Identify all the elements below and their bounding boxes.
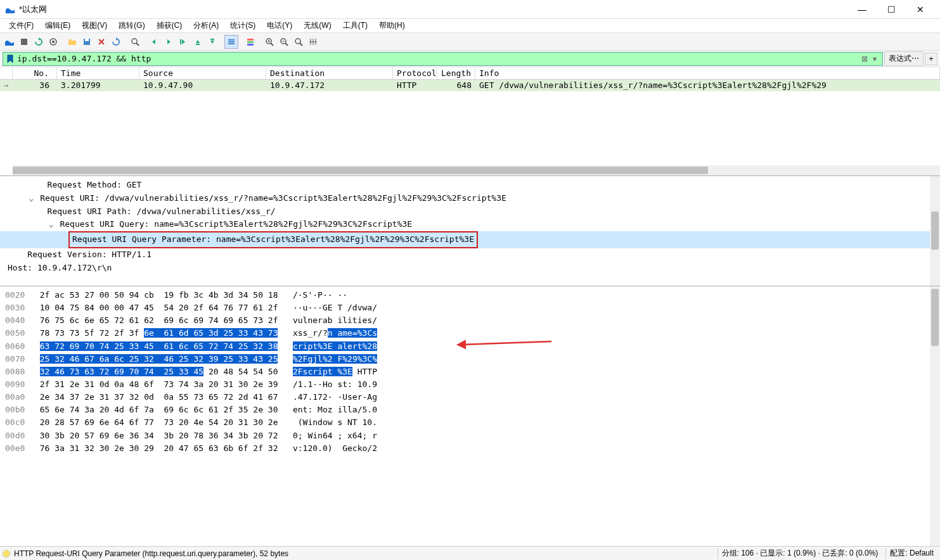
menu-help[interactable]: 帮助(H) (374, 19, 410, 32)
svg-rect-4 (85, 39, 89, 41)
detail-uri-query-param[interactable]: Request URI Query Parameter: name=%3Cscr… (0, 231, 940, 248)
status-packets: 分组: 106 · 已显示: 1 (0.9%) · 已丢弃: 0 (0.0%) (718, 548, 882, 559)
detail-uri-path[interactable]: Request URI Path: /dvwa/vulnerabilities/… (0, 205, 940, 219)
hex-line[interactable]: 00b0 65 6e 74 3a 20 4d 6f 7a 69 6c 6c 61… (5, 404, 935, 416)
cell-protocol: HTTP (393, 80, 437, 91)
menu-analyze[interactable]: 分析(A) (188, 19, 224, 32)
expander-icon[interactable]: ⌄ (48, 218, 55, 231)
filter-input-wrap: ⊠ ▾ (3, 52, 883, 66)
cell-time: 3.201799 (57, 80, 139, 91)
hex-line[interactable]: 00d0 30 3b 20 57 69 6e 36 34 3b 20 78 36… (5, 430, 935, 442)
hex-line[interactable]: 0080 32 46 73 63 72 69 70 74 25 33 45 20… (5, 366, 935, 378)
go-forward-icon[interactable] (162, 35, 176, 49)
menu-go[interactable]: 跳转(G) (113, 19, 150, 32)
zoom-reset-icon[interactable] (292, 35, 306, 49)
go-first-icon[interactable] (191, 35, 205, 49)
svg-rect-10 (228, 39, 235, 41)
packet-list-hscrollbar[interactable] (13, 165, 940, 175)
stop-capture-icon[interactable] (17, 35, 31, 49)
open-file-icon[interactable] (65, 35, 79, 49)
packet-details-pane: Request Method: GET ⌄ Request URI: /dvwa… (0, 176, 940, 286)
detail-request-version[interactable]: Request Version: HTTP/1.1 (0, 248, 940, 262)
col-header-time[interactable]: Time (57, 67, 139, 79)
hex-scrollbar[interactable] (930, 286, 940, 546)
expression-button[interactable]: 表达式⋯ (884, 51, 924, 66)
related-arrow-icon: → (0, 80, 13, 91)
close-button[interactable]: ✕ (906, 0, 935, 19)
menu-wireless[interactable]: 无线(W) (299, 19, 336, 32)
hex-line[interactable]: 00c0 20 28 57 69 6e 64 6f 77 73 20 4e 54… (5, 416, 935, 429)
bookmark-icon[interactable] (6, 54, 15, 63)
colorize-icon[interactable] (243, 35, 257, 49)
save-file-icon[interactable] (80, 35, 94, 49)
menu-capture[interactable]: 捕获(C) (151, 19, 188, 32)
go-back-icon[interactable] (147, 35, 161, 49)
titlebar: *以太网 — ☐ ✕ (0, 0, 940, 19)
svg-point-23 (295, 39, 300, 44)
detail-uri-query[interactable]: ⌄ Request URI Query: name=%3Cscript%3Eal… (0, 218, 940, 231)
cell-no: 36 (13, 80, 57, 91)
menu-file[interactable]: 文件(F) (4, 19, 39, 32)
hex-line[interactable]: 00a0 2e 34 37 2e 31 37 32 0d 0a 55 73 65… (5, 391, 935, 404)
go-to-packet-icon[interactable] (176, 35, 190, 49)
expander-icon[interactable]: ⌄ (27, 192, 35, 205)
find-icon[interactable] (128, 35, 142, 49)
col-header-no[interactable]: No. (13, 67, 57, 79)
display-filter-input[interactable] (17, 54, 860, 63)
expert-info-icon[interactable] (3, 550, 10, 557)
auto-scroll-icon[interactable] (224, 35, 238, 49)
svg-rect-7 (180, 39, 181, 44)
hex-line[interactable]: 0090 2f 31 2e 31 0d 0a 48 6f 73 74 3a 20… (5, 378, 935, 391)
filter-dropdown-icon[interactable]: ▾ (870, 54, 880, 63)
status-profile[interactable]: 配置: Default (885, 548, 937, 559)
packet-bytes-pane[interactable]: 0020 2f ac 53 27 00 50 94 cb 19 fb 3c 4b… (0, 286, 940, 546)
menu-edit[interactable]: 编辑(E) (40, 19, 75, 32)
hex-line[interactable]: 0060 63 72 69 70 74 25 33 45 61 6c 65 72… (5, 340, 935, 353)
status-field-info: HTTP Request-URI Query Parameter (http.r… (14, 549, 288, 558)
svg-line-6 (136, 43, 139, 46)
menu-statistics[interactable]: 统计(S) (225, 19, 261, 32)
detail-host[interactable]: Host: 10.9.47.172\r\n (0, 262, 940, 275)
svg-rect-13 (247, 39, 254, 41)
col-header-protocol[interactable]: Protocol (393, 67, 437, 79)
hex-line[interactable]: 0070 25 32 46 67 6a 6c 25 32 46 25 32 39… (5, 353, 935, 366)
go-last-icon[interactable] (205, 35, 219, 49)
hex-line[interactable]: 0030 10 04 75 84 00 00 47 45 54 20 2f 64… (5, 302, 935, 314)
highlighted-field: Request URI Query Parameter: name=%3Cscr… (68, 231, 478, 248)
minimize-button[interactable]: — (847, 0, 877, 19)
details-scrollbar[interactable] (930, 176, 940, 286)
resize-columns-icon[interactable] (306, 35, 320, 49)
col-header-info[interactable]: Info (475, 67, 940, 79)
add-filter-button[interactable]: + (925, 53, 937, 65)
hex-line[interactable]: 0050 78 73 73 5f 72 2f 3f 6e 61 6d 65 3d… (5, 327, 935, 340)
menu-tools[interactable]: 工具(T) (338, 19, 373, 32)
wireshark-icon (5, 4, 15, 15)
maximize-button[interactable]: ☐ (877, 0, 906, 19)
menubar: 文件(F) 编辑(E) 视图(V) 跳转(G) 捕获(C) 分析(A) 统计(S… (0, 19, 940, 33)
zoom-in-icon[interactable] (262, 35, 276, 49)
restart-capture-icon[interactable] (32, 35, 46, 49)
packet-row[interactable]: → 36 3.201799 10.9.47.90 10.9.47.172 HTT… (0, 80, 940, 91)
col-header-length[interactable]: Length (437, 67, 475, 79)
window-controls: — ☐ ✕ (847, 0, 935, 19)
clear-filter-icon[interactable]: ⊠ (860, 54, 870, 64)
svg-rect-8 (196, 44, 200, 45)
menu-telephony[interactable]: 电话(Y) (262, 19, 297, 32)
cell-source: 10.9.47.90 (139, 80, 266, 91)
close-file-icon[interactable] (94, 35, 108, 49)
svg-rect-14 (247, 41, 254, 43)
reload-icon[interactable] (109, 35, 123, 49)
col-header-source[interactable]: Source (139, 67, 266, 79)
zoom-out-icon[interactable] (277, 35, 291, 49)
col-header-destination[interactable]: Destination (266, 67, 393, 79)
capture-options-icon[interactable] (46, 35, 60, 49)
hex-line[interactable]: 0040 76 75 6c 6e 65 72 61 62 69 6c 69 74… (5, 314, 935, 327)
detail-request-method[interactable]: Request Method: GET (0, 179, 940, 192)
window-title: *以太网 (19, 4, 847, 15)
hex-line[interactable]: 00e0 76 3a 31 32 30 2e 30 29 20 47 65 63… (5, 442, 935, 455)
detail-request-uri[interactable]: ⌄ Request URI: /dvwa/vulnerabilities/xss… (0, 192, 940, 205)
menu-view[interactable]: 视图(V) (77, 19, 112, 32)
start-capture-icon[interactable] (3, 35, 16, 49)
svg-line-21 (285, 43, 288, 46)
hex-line[interactable]: 0020 2f ac 53 27 00 50 94 cb 19 fb 3c 4b… (5, 289, 935, 302)
